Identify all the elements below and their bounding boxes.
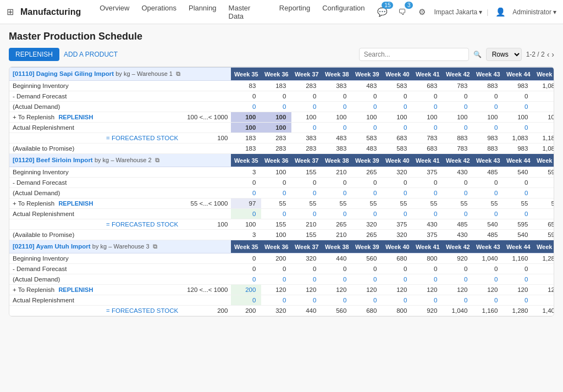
cell-2-3-6: 120 — [412, 285, 443, 295]
week-header-41: Week 41 — [412, 68, 443, 81]
cell-1-4-9: 0 — [503, 209, 533, 219]
data-row-2-2: (Actual Demand) 000000000000 — [9, 274, 554, 285]
cell-1-6-2: 155 — [291, 230, 322, 240]
week-header-41: Week 41 — [412, 154, 443, 167]
cell-0-2-1: 0 — [261, 102, 291, 112]
row-label-0-0: Beginning Inventory — [9, 81, 184, 91]
cell-1-2-10: 0 — [533, 188, 554, 198]
nav-operations[interactable]: Operations — [136, 1, 182, 24]
week-header-37: Week 37 — [291, 240, 322, 253]
replenish-link-2-3[interactable]: REPLENISH — [58, 286, 93, 293]
next-page-button[interactable]: › — [551, 50, 554, 59]
product-name-cell-1[interactable]: [01120] Beef Sirloin Import by kg – Ware… — [9, 154, 184, 167]
product-name-cell-2[interactable]: [02110] Ayam Utuh Import by kg – Warehou… — [9, 240, 184, 253]
cell-2-5-2: 440 — [291, 306, 322, 316]
week-header-43: Week 43 — [473, 240, 503, 253]
cell-2-4-3: 0 — [322, 295, 352, 306]
company-btn[interactable]: Impact Jakarta ▾ — [434, 8, 482, 16]
cell-0-3-10: 100 — [533, 112, 554, 123]
cell-2-2-1: 0 — [261, 274, 291, 285]
cell-1-4-5: 0 — [382, 209, 412, 219]
prev-page-button[interactable]: ‹ — [547, 50, 550, 59]
cell-2-4-5: 0 — [382, 295, 412, 306]
product-name-cell-0[interactable]: [01110] Daging Sapi Giling Import by kg … — [9, 68, 184, 81]
product-meta-0: by kg — [115, 70, 130, 77]
cell-2-5-8: 1,160 — [473, 306, 503, 316]
week-header-40: Week 40 — [382, 240, 412, 253]
data-row-2-3: + To Replenish REPLENISH 120 <...< 1000 … — [9, 285, 554, 295]
cell-0-6-7: 783 — [443, 143, 473, 154]
replenish-link-1-3[interactable]: REPLENISH — [58, 200, 93, 207]
initial-cell-0-4 — [184, 123, 231, 133]
cell-2-1-1: 0 — [261, 264, 291, 274]
cell-0-1-0: 0 — [231, 91, 261, 102]
search-icon[interactable]: 🔍 — [473, 51, 482, 58]
cell-1-2-6: 0 — [412, 188, 443, 198]
cell-2-3-0: 200 — [231, 285, 261, 295]
nav-overview[interactable]: Overview — [94, 1, 135, 24]
week-header-36: Week 36 — [261, 240, 291, 253]
cell-1-6-3: 210 — [322, 230, 352, 240]
cell-0-1-6: 0 — [412, 91, 443, 102]
cell-0-5-3: 483 — [322, 133, 352, 143]
initial-cell-2-2 — [184, 274, 231, 285]
week-header-40: Week 40 — [382, 154, 412, 167]
cell-0-5-8: 983 — [473, 133, 503, 143]
initial-cell-1-2 — [184, 188, 231, 198]
rows-select[interactable]: Rows — [486, 48, 522, 61]
cell-0-0-7: 783 — [443, 81, 473, 91]
copy-icon-2[interactable]: ⧉ — [153, 243, 157, 250]
initial-cell-1-4 — [184, 209, 231, 219]
cell-2-0-3: 440 — [322, 253, 352, 264]
chat-icon-wrap[interactable]: 🗨 3 — [394, 4, 410, 20]
nav-planning[interactable]: Planning — [183, 1, 222, 24]
grid-icon[interactable]: ⊞ — [7, 7, 14, 17]
cell-1-0-5: 320 — [382, 167, 412, 178]
copy-icon-1[interactable]: ⧉ — [155, 157, 159, 163]
user-btn[interactable]: Administrator ▾ — [512, 8, 556, 16]
cell-0-4-1: 100 — [261, 123, 291, 133]
cell-1-1-4: 0 — [352, 178, 382, 188]
cell-1-2-7: 0 — [443, 188, 473, 198]
cell-2-4-2: 0 — [291, 295, 322, 306]
cell-0-3-5: 100 — [382, 112, 412, 123]
cell-2-5-6: 920 — [412, 306, 443, 316]
cell-2-0-6: 800 — [412, 253, 443, 264]
add-product-button[interactable]: ADD A PRODUCT — [64, 51, 118, 58]
copy-icon-0[interactable]: ⧉ — [176, 70, 180, 77]
nav-configuration[interactable]: Configuration — [317, 1, 370, 24]
product-warehouse-1: – Warehouse 2 — [111, 157, 151, 163]
cell-0-1-5: 0 — [382, 91, 412, 102]
week-header-38: Week 38 — [322, 240, 352, 253]
week-header-39: Week 39 — [352, 154, 382, 167]
cell-1-2-4: 0 — [352, 188, 382, 198]
data-row-0-4: Actual Replenishment 1001000000000000 — [9, 123, 554, 133]
toolbar: REPLENISH ADD A PRODUCT 🔍 Rows 1-2 / 2 ‹… — [9, 48, 554, 61]
search-input[interactable] — [359, 48, 469, 61]
replenish-link-0-3[interactable]: REPLENISH — [58, 114, 93, 120]
cell-1-5-7: 485 — [443, 219, 473, 230]
toolbar-right: 🔍 Rows 1-2 / 2 ‹ › — [359, 48, 554, 61]
cell-1-1-7: 0 — [443, 178, 473, 188]
cell-1-2-1: 0 — [261, 188, 291, 198]
cell-1-1-6: 0 — [412, 178, 443, 188]
cell-2-1-0: 0 — [231, 264, 261, 274]
week-header-43: Week 43 — [473, 68, 503, 81]
data-row-1-4: Actual Replenishment 000000000000 — [9, 209, 554, 219]
messages-badge: 15 — [382, 2, 393, 9]
cell-1-1-10: 0 — [533, 178, 554, 188]
cell-0-1-2: 0 — [291, 91, 322, 102]
cell-0-4-8: 0 — [473, 123, 503, 133]
nav-reporting[interactable]: Reporting — [274, 1, 316, 24]
product-warehouse-2: – Warehouse 3 — [108, 243, 149, 250]
settings-icon[interactable]: ⚙ — [414, 4, 429, 20]
cell-0-0-5: 583 — [382, 81, 412, 91]
cell-1-2-3: 0 — [322, 188, 352, 198]
data-row-0-2: (Actual Demand) 000000000000 — [9, 102, 554, 112]
cell-2-1-4: 0 — [352, 264, 382, 274]
replenish-button[interactable]: REPLENISH — [9, 48, 59, 61]
row-label-2-4: Actual Replenishment — [9, 295, 184, 306]
messages-icon-wrap[interactable]: 💬 15 — [374, 4, 390, 20]
nav-master-data[interactable]: Master Data — [223, 1, 273, 24]
cell-0-6-3: 383 — [322, 143, 352, 154]
